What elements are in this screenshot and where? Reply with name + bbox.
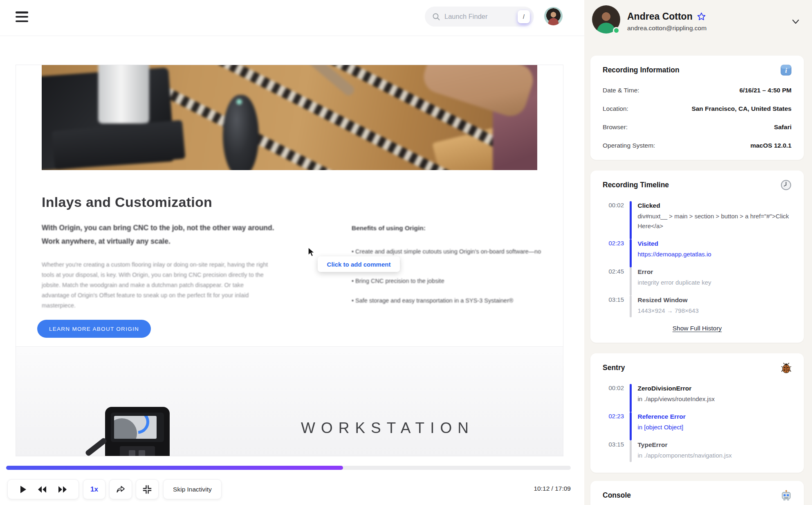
event-title: Resized Window xyxy=(638,296,792,304)
event-time: 03:15 xyxy=(603,296,624,317)
event-bar xyxy=(630,239,632,267)
event-time: 02:23 xyxy=(603,412,624,440)
console-card: Console xyxy=(590,481,804,505)
event-bar xyxy=(630,412,632,440)
topbar: Launch Finder / xyxy=(0,0,584,36)
replay-canvas[interactable]: Inlays and Customization With Origin, yo… xyxy=(16,65,563,456)
info-row: Location: San Francisco, CA, United Stat… xyxy=(603,105,792,112)
rewind-button[interactable] xyxy=(37,485,47,494)
robot-icon xyxy=(781,490,792,501)
event-description: in ./app/components/navigation.jsx xyxy=(638,451,792,460)
star-icon[interactable] xyxy=(697,12,706,21)
playback-time: 10:12 / 17:09 xyxy=(489,485,571,492)
timeline-event[interactable]: 02:45 Error integrity error duplicate ke… xyxy=(603,267,792,296)
event-title: Visited xyxy=(638,239,792,248)
share-button[interactable] xyxy=(109,479,132,499)
info-row: Date & Time: 6/16/21 – 4:50 PM xyxy=(603,87,792,94)
timeline-event[interactable]: 02:23 Visited https://demoapp.getatlas.i… xyxy=(603,239,792,267)
benefits-title: Benefits of using Origin: xyxy=(352,224,426,232)
webpage-heading: Inlays and Customization xyxy=(42,194,212,210)
play-button[interactable] xyxy=(18,485,27,494)
progress-fill xyxy=(6,466,343,470)
event-title: TypeError xyxy=(638,440,792,449)
workstation-logo-text: WORKSTATION xyxy=(301,420,474,437)
event-title: ZeroDivisionError xyxy=(638,384,792,393)
info-row: Browser: Safari xyxy=(603,123,792,131)
timeline-event-list: 00:02 Clicked div#nuxt__ > main > sectio… xyxy=(603,201,792,317)
chevron-down-icon[interactable] xyxy=(791,17,801,27)
info-value: macOS 12.0.1 xyxy=(750,142,792,149)
search-icon xyxy=(432,13,440,21)
hamburger-menu-icon[interactable] xyxy=(16,11,29,23)
bug-icon xyxy=(781,362,792,373)
collapse-player-button[interactable] xyxy=(136,479,159,499)
event-bar xyxy=(630,267,632,296)
benefit-item: Bring CNC precision to the jobsite xyxy=(352,276,548,286)
event-description: in [object Object] xyxy=(638,422,792,432)
webpage-body-text: Whether you're creating a custom floorin… xyxy=(42,260,273,311)
event-time: 00:02 xyxy=(603,201,624,239)
event-time: 02:45 xyxy=(603,267,624,296)
event-bar xyxy=(630,384,632,412)
search-shortcut-key: / xyxy=(518,10,530,23)
user-header: Andrea Cotton andrea.cotton@rippling.com xyxy=(590,5,804,40)
collapse-icon xyxy=(142,485,152,494)
info-label: Location: xyxy=(603,105,628,112)
search-placeholder: Launch Finder xyxy=(444,13,518,20)
sentry-card: Sentry 00:02 ZeroDivisionError xyxy=(590,353,804,473)
event-bar xyxy=(630,296,632,317)
timeline-event[interactable]: 03:15 Resized Window 1443×924 → 798×643 xyxy=(603,296,792,317)
event-time: 02:23 xyxy=(603,239,624,267)
sentry-event-list: 00:02 ZeroDivisionError in ./app/views/r… xyxy=(603,384,792,462)
player-main-area: Launch Finder / https://app.getatlas.io/… xyxy=(0,0,584,505)
card-title: Recording Timeline xyxy=(603,181,669,189)
card-title: Sentry xyxy=(603,364,625,372)
event-description: div#nuxt__ > main > section > button > a… xyxy=(638,211,792,231)
event-description: 1443×924 → 798×643 xyxy=(638,306,792,316)
user-email: andrea.cotton@rippling.com xyxy=(627,25,707,32)
info-icon: i xyxy=(781,65,792,76)
add-comment-tooltip[interactable]: Click to add comment xyxy=(318,256,400,272)
card-title: Recording Information xyxy=(603,66,680,74)
event-title: Error xyxy=(638,267,792,276)
info-label: Date & Time: xyxy=(603,87,639,94)
event-bar xyxy=(630,201,632,239)
info-value: Safari xyxy=(774,123,792,131)
webpage-bottom-section: WORKSTATION xyxy=(16,347,563,456)
recording-timeline-card: Recording Timeline 00:02 Clicked div#nux… xyxy=(590,171,804,343)
clock-icon xyxy=(781,180,792,191)
fast-forward-button[interactable] xyxy=(57,485,68,494)
event-bar xyxy=(630,440,632,462)
sentry-event[interactable]: 03:15 TypeError in ./app/components/navi… xyxy=(603,440,792,462)
info-value: 6/16/21 – 4:50 PM xyxy=(739,87,792,94)
sentry-event[interactable]: 00:02 ZeroDivisionError in ./app/views/r… xyxy=(603,384,792,412)
session-details-panel: Andrea Cotton andrea.cotton@rippling.com… xyxy=(584,0,812,505)
event-title: Clicked xyxy=(638,201,792,210)
online-status-dot xyxy=(613,27,620,34)
search-input[interactable]: Launch Finder / xyxy=(425,7,534,27)
recording-information-card: Recording Information i Date & Time: 6/1… xyxy=(590,56,804,160)
playback-progress-bar[interactable] xyxy=(6,466,571,470)
sentry-event[interactable]: 02:23 Reference Error in [object Object] xyxy=(603,412,792,440)
info-label: Browser: xyxy=(603,123,628,131)
timeline-event[interactable]: 00:02 Clicked div#nuxt__ > main > sectio… xyxy=(603,201,792,239)
info-value: San Francisco, CA, United States xyxy=(691,105,792,112)
recorded-cursor-icon xyxy=(307,247,316,258)
event-time: 03:15 xyxy=(603,440,624,462)
info-label: Operating System: xyxy=(603,142,655,149)
event-description: integrity error duplicate key xyxy=(638,278,792,287)
event-description: in ./app/views/routeIndex.jsx xyxy=(638,394,792,404)
event-title: Reference Error xyxy=(638,412,792,421)
show-full-history-link[interactable]: Show Full History xyxy=(673,325,722,332)
url-row: https://app.getatlas.io/auth/login?next=… xyxy=(0,36,584,64)
user-name: Andrea Cotton xyxy=(627,11,693,22)
router-device-image xyxy=(105,407,170,456)
skip-inactivity-button[interactable]: Skip Inactivity xyxy=(163,479,222,499)
transport-controls xyxy=(7,479,79,499)
playback-speed-button[interactable]: 1x xyxy=(83,479,105,499)
svg-text:i: i xyxy=(785,67,787,74)
info-row: Operating System: macOS 12.0.1 xyxy=(603,142,792,149)
topbar-avatar[interactable] xyxy=(544,7,563,25)
event-time: 00:02 xyxy=(603,384,624,412)
event-link[interactable]: https://demoapp.getatlas.io xyxy=(638,249,792,259)
